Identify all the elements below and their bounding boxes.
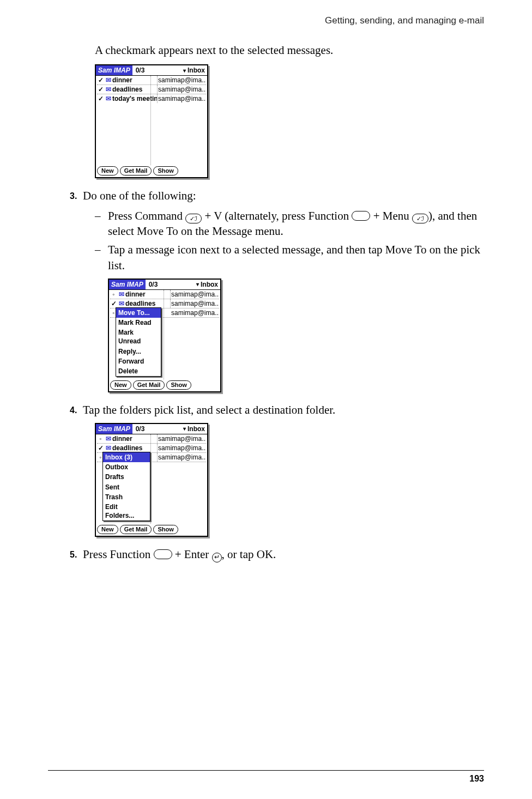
column-divider [164,290,164,379]
message-list: ✓ ✉ dinner samimap@ima... ✓ ✉ deadlines … [96,76,207,165]
folder-item-sent[interactable]: Sent [103,482,150,492]
message-sender: samimap@ima... [158,94,206,103]
intro-paragraph: A checkmark appears next to the selected… [95,43,484,58]
step-text: Press Function + Enter ↵, or tap OK. [83,547,484,562]
bullet-item: – Tap a message icon next to a selected … [95,242,484,273]
checkmark-icon: ✓ [97,77,104,83]
new-button[interactable]: New [97,525,118,534]
envelope-icon[interactable]: ✉ [104,444,112,452]
screenshot-3: Sam IMAP 0/3 Inbox ◦ ✉ dinner samimap@im… [95,423,208,537]
command-key-icon: ✓ℐ [185,214,202,223]
envelope-icon[interactable]: ✉ [104,85,112,94]
page-number: 193 [469,774,484,784]
get-mail-button[interactable]: Get Mail [133,380,165,390]
folder-picker[interactable]: Inbox [195,280,220,289]
column-divider [150,434,151,524]
menu-item-mark-read[interactable]: Mark Read [116,318,161,328]
show-button[interactable]: Show [153,166,178,175]
menu-item-mark-unread[interactable]: Mark Unread [116,328,161,346]
message-row[interactable]: ◦ ✉ dinner samimap@ima... [97,434,206,444]
folder-item-outbox[interactable]: Outbox [103,462,150,472]
folder-picker[interactable]: Inbox [182,424,207,434]
footer-rule [48,770,484,771]
folder-item-inbox[interactable]: Inbox (3) [103,452,150,462]
envelope-icon[interactable]: ✉ [104,434,112,443]
message-action-menu[interactable]: Move To... Mark Read Mark Unread Reply..… [116,307,161,377]
running-header: Getting, sending, and managing e-mail [48,15,484,26]
menu-key-icon: ✓ℐ [412,214,428,223]
app-title: Sam IMAP [96,65,132,75]
bullet-dash: – [95,242,108,273]
message-sender: samimap@ima... [171,308,219,317]
bullet-dash: – [95,208,108,239]
get-mail-button[interactable]: Get Mail [120,166,152,175]
message-sender: samimap@ima... [171,299,219,308]
step-4: 4. Tap the folders pick list, and select… [70,402,484,417]
function-key-icon [352,211,370,221]
checkmark-icon: ✓ [110,300,117,307]
page: Getting, sending, and managing e-mail A … [0,0,532,799]
folder-item-drafts[interactable]: Drafts [103,472,150,482]
select-icon: ◦ [110,291,117,298]
checkmark-icon: ✓ [97,95,104,102]
message-sender: samimap@ima... [158,453,206,462]
show-button[interactable]: Show [153,525,178,534]
message-row[interactable]: ✓ ✉ today's meetin... samimap@ima... [97,94,206,103]
bullet-text: Press Command ✓ℐ + V (alternately, press… [108,208,484,239]
message-row[interactable]: ◦ ✉ dinner samimap@ima... [110,290,219,299]
folder-picker[interactable]: Inbox [182,65,207,75]
new-button[interactable]: New [110,380,131,390]
message-sender: samimap@ima... [171,290,219,299]
folder-pick-list[interactable]: Inbox (3) Outbox Drafts Sent Trash Edit … [102,452,150,521]
new-button[interactable]: New [97,166,118,175]
select-icon: ◦ [97,435,104,442]
message-sender: samimap@ima... [158,85,206,94]
step-5: 5. Press Function + Enter ↵, or tap OK. [70,547,484,562]
step-number: 3. [70,188,83,203]
bullet-item: – Press Command ✓ℐ + V (alternately, pre… [95,208,484,239]
menu-item-forward[interactable]: Forward [116,356,161,366]
checkmark-icon: ✓ [97,86,104,93]
step-number: 5. [70,547,83,562]
function-key-icon [154,549,172,559]
envelope-icon[interactable]: ✉ [117,299,125,308]
message-count: 0/3 [132,424,182,434]
message-list: ◦ ✉ dinner samimap@ima... ✓ ✉ deadlines … [109,290,220,379]
checkmark-icon: ✓ [97,445,104,451]
menu-item-reply[interactable]: Reply... [116,347,161,356]
envelope-icon[interactable]: ✉ [104,76,112,84]
step-text: Do one of the following: [83,188,484,203]
show-button[interactable]: Show [166,380,191,390]
column-divider [150,76,151,165]
enter-key-icon: ↵ [212,553,222,562]
message-sender: samimap@ima... [158,434,206,443]
app-title: Sam IMAP [96,424,132,434]
message-sender: samimap@ima... [158,76,206,84]
menu-item-move-to[interactable]: Move To... [116,308,161,318]
folder-item-edit[interactable]: Edit Folders... [103,502,150,520]
step-3: 3. Do one of the following: [70,188,484,203]
message-row[interactable]: ✓ ✉ dinner samimap@ima... [97,76,206,85]
message-count: 0/3 [132,65,182,75]
app-title: Sam IMAP [109,280,146,289]
step-number: 4. [70,402,83,417]
message-count: 0/3 [146,280,195,289]
envelope-icon[interactable]: ✉ [104,94,112,103]
envelope-icon[interactable]: ✉ [117,290,125,299]
get-mail-button[interactable]: Get Mail [120,525,152,534]
step-text: Tap the folders pick list, and select a … [83,402,484,417]
screenshot-1: Sam IMAP 0/3 Inbox ✓ ✉ dinner samimap@im… [95,64,208,178]
screenshot-2: Sam IMAP 0/3 Inbox ◦ ✉ dinner samimap@im… [108,279,221,392]
menu-item-delete[interactable]: Delete [116,366,161,376]
message-row[interactable]: ✓ ✉ deadlines samimap@ima... [97,85,206,94]
folder-item-trash[interactable]: Trash [103,492,150,502]
message-sender: samimap@ima... [158,444,206,452]
message-list: ◦ ✉ dinner samimap@ima... ✓ ✉ deadlines … [96,434,207,524]
bullet-text: Tap a message icon next to a selected me… [108,242,484,273]
